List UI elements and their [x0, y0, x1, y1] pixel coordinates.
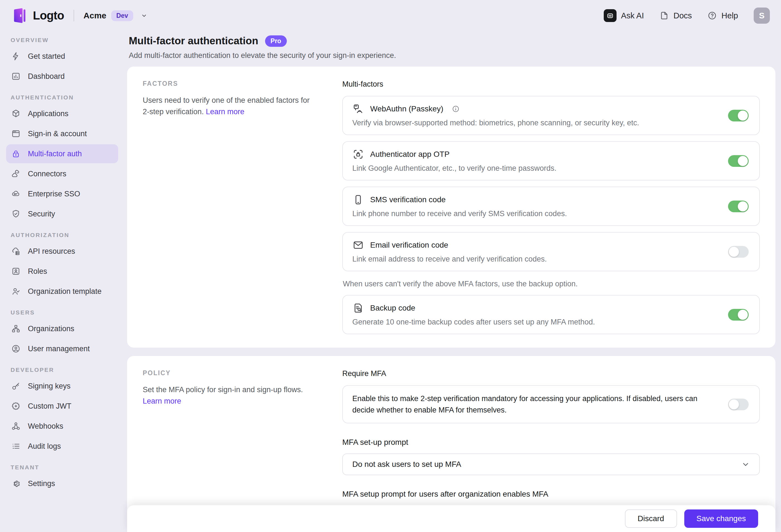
brand-name: Logto — [33, 9, 64, 22]
sidebar-item-signing-keys[interactable]: Signing keys — [6, 376, 118, 396]
sidebar-item-sign-in-account[interactable]: Sign-in & account — [6, 124, 118, 143]
docs-label: Docs — [673, 11, 692, 20]
sidebar-item-api-resources[interactable]: API resources — [6, 242, 118, 261]
factor-description: Link email address to receive and verify… — [352, 255, 712, 264]
chevron-down-icon — [140, 12, 148, 19]
sidebar-item-dashboard[interactable]: Dashboard — [6, 67, 118, 86]
backup-note: When users can't verify the above MFA fa… — [343, 280, 759, 288]
sidebar-item-settings[interactable]: Settings — [6, 474, 118, 493]
sidebar-item-label: Multi-factor auth — [28, 149, 82, 158]
factor-description: Link Google Authenticator, etc., to veri… — [352, 164, 712, 173]
policy-learn-more-link[interactable]: Learn more — [143, 397, 181, 405]
sidebar-item-label: Connectors — [28, 170, 66, 178]
sidebar-item-label: Organizations — [28, 324, 74, 333]
sidebar-section-authorization: AUTHORIZATION — [11, 232, 114, 238]
sidebar-item-custom-jwt[interactable]: Custom JWT — [6, 397, 118, 415]
avatar[interactable]: S — [754, 7, 770, 24]
factor-name: Backup code — [370, 304, 415, 312]
lightning-icon — [11, 51, 20, 61]
mfa-setup-prompt-select[interactable]: Do not ask users to set up MFA — [342, 453, 760, 475]
docs-button[interactable]: Docs — [659, 11, 692, 20]
factors-panel-description: FACTORS Users need to verify one of the … — [143, 80, 316, 117]
email-toggle[interactable] — [728, 246, 749, 258]
smartphone-icon — [352, 194, 364, 206]
discard-button[interactable]: Discard — [625, 509, 677, 528]
sms-toggle[interactable] — [728, 201, 749, 212]
help-button[interactable]: Help — [707, 11, 738, 20]
webauthn-toggle[interactable] — [728, 110, 749, 122]
factors-learn-more-link[interactable]: Learn more — [206, 107, 244, 116]
sidebar-item-enterprise-sso[interactable]: Enterprise SSO — [6, 184, 118, 203]
topbar-actions: Ask AI Docs Help S — [604, 7, 770, 24]
id-card-icon — [11, 267, 20, 276]
sidebar-item-label: User management — [28, 345, 90, 353]
factors-heading: FACTORS — [143, 80, 316, 87]
sidebar-item-label: Audit logs — [28, 442, 61, 451]
topbar-divider — [74, 10, 74, 21]
require-mfa-description: Enable this to make 2-step verification … — [352, 393, 709, 415]
sidebar-item-get-started[interactable]: Get started — [6, 47, 118, 66]
otp-scan-lock-icon — [352, 148, 364, 160]
sidebar-item-user-management[interactable]: User management — [6, 339, 118, 358]
authenticator-otp-toggle[interactable] — [728, 155, 749, 167]
connector-icon — [11, 169, 20, 179]
sidebar-item-security[interactable]: Security — [6, 205, 118, 223]
ask-ai-label: Ask AI — [621, 11, 644, 20]
chevron-down-icon — [741, 460, 750, 469]
mfa-setup-prompt-label: MFA set-up prompt — [342, 438, 760, 447]
sidebar-section-users: USERS — [11, 309, 114, 316]
list-icon — [11, 441, 20, 451]
document-search-icon — [352, 302, 364, 314]
sidebar-item-organizations[interactable]: Organizations — [6, 319, 118, 338]
gear-icon — [11, 479, 20, 488]
env-badge: Dev — [111, 10, 133, 21]
sidebar-item-audit-logs[interactable]: Audit logs — [6, 437, 118, 456]
sidebar-item-label: Roles — [28, 267, 47, 276]
shield-check-icon — [11, 209, 20, 219]
mfa-setup-prompt-value: Do not ask users to set up MFA — [352, 460, 461, 469]
page-subtitle: Add multi-factor authentication to eleva… — [129, 51, 774, 60]
cube-icon — [11, 109, 20, 118]
passkey-icon — [352, 103, 364, 115]
policy-heading: POLICY — [143, 369, 316, 377]
tenant-selector[interactable]: Acme Dev — [84, 10, 148, 21]
sidebar-item-label: Custom JWT — [28, 402, 71, 410]
bar-chart-icon — [11, 72, 20, 81]
require-mfa-label: Require MFA — [342, 369, 760, 378]
sidebar-section-developer: DEVELOPER — [11, 366, 114, 373]
multi-factors-label: Multi-factors — [342, 80, 760, 89]
sidebar-item-label: Signing keys — [28, 382, 71, 391]
factor-name: WebAuthn (Passkey) — [370, 104, 444, 114]
help-label: Help — [722, 11, 738, 20]
sidebar-item-multi-factor-auth[interactable]: Multi-factor auth — [6, 144, 118, 163]
ask-ai-button[interactable]: Ask AI — [604, 9, 644, 22]
save-changes-button[interactable]: Save changes — [684, 509, 758, 528]
sidebar-item-label: Sign-in & account — [28, 130, 87, 138]
main-content: Multi-factor authentication Pro Add mult… — [124, 31, 781, 532]
sidebar-item-organization-template[interactable]: Organization template — [6, 282, 118, 301]
webhook-icon — [11, 422, 20, 431]
logto-door-icon — [11, 7, 27, 24]
sidebar-item-label: Organization template — [28, 287, 101, 296]
factor-card-authenticator-otp: Authenticator app OTP Link Google Authen… — [342, 141, 760, 180]
factor-description: Verify via browser-supported method: bio… — [352, 119, 712, 127]
info-icon[interactable] — [452, 105, 460, 113]
tenant-name: Acme — [84, 11, 107, 20]
sidebar-item-roles[interactable]: Roles — [6, 262, 118, 281]
require-mfa-toggle[interactable] — [728, 399, 749, 410]
ask-ai-icon — [604, 9, 617, 22]
factors-panel: FACTORS Users need to verify one of the … — [127, 66, 775, 348]
sidebar-item-label: Enterprise SSO — [28, 190, 80, 198]
factor-name: SMS verification code — [370, 195, 446, 204]
document-icon — [659, 11, 669, 20]
sidebar-item-applications[interactable]: Applications — [6, 104, 118, 123]
sidebar-item-label: Settings — [28, 479, 55, 488]
factor-card-sms: SMS verification code Link phone number … — [342, 187, 760, 226]
help-icon — [707, 11, 717, 20]
sidebar-item-label: Applications — [28, 109, 69, 118]
sidebar-item-connectors[interactable]: Connectors — [6, 164, 118, 183]
sidebar-item-webhooks[interactable]: Webhooks — [6, 417, 118, 436]
sidebar: OVERVIEW Get started Dashboard AUTHENTIC… — [0, 31, 124, 532]
backup-code-toggle[interactable] — [728, 309, 749, 321]
logto-logo[interactable]: Logto — [11, 7, 64, 24]
